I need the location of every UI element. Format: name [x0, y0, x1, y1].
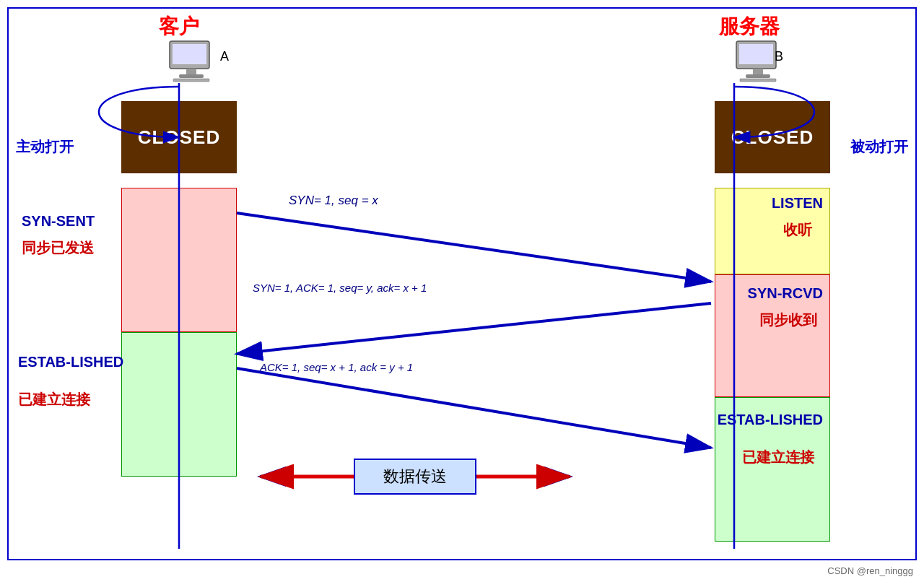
server-label: 服务器	[719, 13, 780, 40]
computer-client-icon	[166, 40, 224, 83]
estab-client-box	[121, 332, 237, 477]
estab-client-cn: 已建立连接	[18, 390, 90, 409]
svg-rect-1	[173, 44, 206, 64]
closed-box-client: CLOSED	[121, 101, 237, 173]
closed-box-server: CLOSED	[715, 101, 830, 173]
listen-label: LISTEN	[772, 195, 823, 212]
svg-rect-4	[173, 79, 209, 82]
syn-sent-box	[121, 188, 237, 332]
svg-rect-8	[746, 74, 770, 78]
syn-sent-cn: 同步已发送	[22, 238, 94, 258]
client-letter: A	[220, 49, 229, 64]
active-open-label: 主动打开	[16, 137, 74, 157]
svg-rect-2	[186, 69, 196, 74]
svg-rect-6	[739, 44, 773, 64]
client-label: 客户	[159, 13, 199, 40]
passive-open-label: 被动打开	[850, 137, 908, 157]
msg3-label: ACK= 1, seq= x + 1, ack = y + 1	[260, 361, 413, 373]
svg-rect-3	[179, 74, 204, 78]
estab-server-cn: 已建立连接	[742, 448, 814, 467]
msg1-label: SYN= 1, seq = x	[289, 194, 378, 208]
watermark: CSDN @ren_ninggg	[827, 565, 913, 576]
msg2-label: SYN= 1, ACK= 1, seq= y, ack= x + 1	[253, 282, 427, 294]
estab-server-label: ESTAB-LISHED	[718, 412, 823, 428]
syn-rcvd-cn: 同步收到	[759, 310, 817, 330]
syn-rcvd-label: SYN-RCVD	[748, 285, 823, 302]
svg-rect-9	[740, 79, 776, 82]
syn-sent-label: SYN-SENT	[22, 213, 95, 230]
diagram-container: 客户 服务器 A B CLOSED CLOSED	[0, 0, 924, 582]
data-transfer-box: 数据传送	[354, 459, 476, 495]
svg-rect-7	[753, 69, 763, 74]
estab-client-label: ESTAB-LISHED	[18, 354, 123, 370]
server-letter: B	[775, 49, 783, 64]
listen-cn: 收听	[783, 220, 812, 240]
